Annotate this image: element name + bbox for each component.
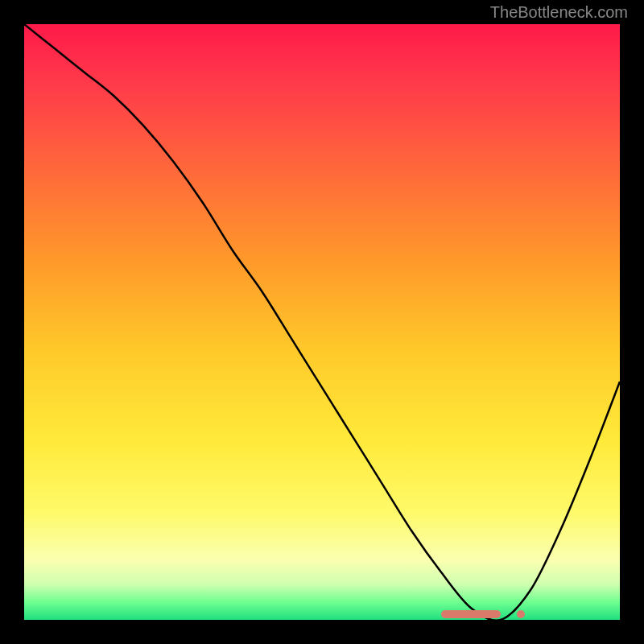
minimum-range-marker [441, 610, 501, 618]
minimum-dot-marker [517, 610, 525, 618]
bottleneck-curve [24, 24, 620, 620]
watermark-text: TheBottleneck.com [490, 3, 628, 22]
chart-plot-area [24, 24, 620, 620]
